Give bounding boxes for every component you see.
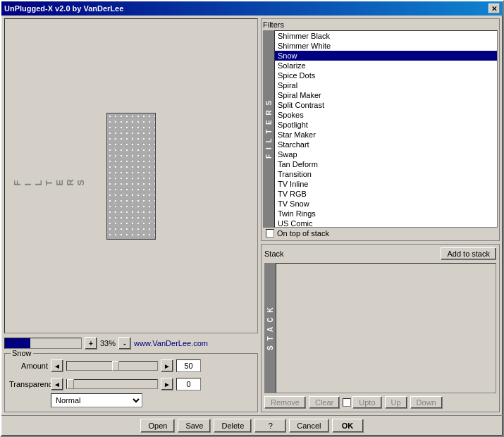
progress-bar-fill — [5, 338, 30, 348]
list-item[interactable]: Spotlight — [275, 120, 497, 130]
add-to-stack-button[interactable]: Add to stack — [441, 247, 496, 260]
main-content: FILTERS + 33% - www.VanDerLee.com Snow — [1, 16, 503, 415]
amount-value-box[interactable]: 50 — [176, 359, 201, 372]
progress-minus-button[interactable]: - — [118, 337, 131, 350]
ok-button[interactable]: OK — [332, 419, 364, 433]
transparency-value-box[interactable]: 0 — [176, 378, 201, 390]
amount-right-button[interactable]: ► — [161, 359, 173, 372]
list-item[interactable]: Spokes — [275, 110, 497, 120]
amount-label: Amount — [9, 362, 48, 370]
list-item[interactable]: Swap — [275, 149, 497, 159]
bottom-buttons: Open Save Delete ? Cancel OK — [1, 415, 503, 436]
stack-buttons-row: Remove Clear Upto Up Down — [264, 396, 496, 409]
left-panel: FILTERS + 33% - www.VanDerLee.com Snow — [4, 18, 258, 412]
stack-side-label: S T A C K — [264, 263, 276, 393]
preview-canvas — [106, 113, 156, 240]
list-item[interactable]: Split Contrast — [275, 100, 497, 110]
amount-slider-track[interactable] — [66, 361, 158, 371]
progress-plus-button[interactable]: + — [85, 337, 97, 350]
list-item[interactable]: Spiral — [275, 80, 497, 90]
filters-vertical-label: FILTERS — [12, 176, 86, 185]
stack-section: Stack Add to stack S T A C K Remove Clea… — [261, 244, 500, 412]
right-panel: Filters F I L T E R S Shimmer Black Shim… — [261, 18, 500, 412]
window-title: UnPlugged-X v2.0 by VanDerLee — [4, 4, 123, 13]
on-top-checkbox[interactable] — [266, 229, 274, 238]
preview-area: FILTERS — [4, 18, 258, 333]
open-button[interactable]: Open — [140, 419, 175, 433]
filters-list-container: F I L T E R S Shimmer Black Shimmer Whit… — [263, 30, 498, 228]
up-button[interactable]: Up — [385, 396, 407, 409]
stack-title: Stack — [264, 250, 284, 258]
snow-group-legend: Snow — [11, 349, 33, 357]
list-item[interactable]: TV Inline — [275, 179, 497, 189]
list-item[interactable]: US Comic — [275, 218, 497, 228]
progress-bar-container — [4, 338, 82, 349]
help-button[interactable]: ? — [254, 419, 286, 433]
list-item[interactable]: Transition — [275, 169, 497, 179]
transparency-slider-thumb[interactable] — [67, 379, 74, 389]
list-item[interactable]: Twin Rings — [275, 209, 497, 218]
progress-pct-label: 33% — [100, 339, 116, 347]
cancel-button[interactable]: Cancel — [289, 419, 328, 433]
filters-title: Filters — [263, 20, 498, 29]
transparency-left-button[interactable]: ◄ — [51, 378, 63, 390]
main-window: UnPlugged-X v2.0 by VanDerLee ✕ FILTERS … — [0, 0, 504, 437]
clear-button[interactable]: Clear — [309, 396, 340, 409]
title-bar: UnPlugged-X v2.0 by VanDerLee ✕ — [1, 1, 503, 16]
on-top-row: On top of stack — [263, 228, 498, 239]
stack-listbox[interactable] — [276, 263, 496, 393]
delete-button[interactable]: Delete — [214, 419, 252, 433]
list-item-selected[interactable]: Snow — [275, 51, 497, 61]
filters-side-label: F I L T E R S — [263, 30, 274, 228]
blend-mode-row: Normal Multiply Screen Overlay Darken Li… — [9, 393, 253, 407]
blend-mode-select[interactable]: Normal Multiply Screen Overlay Darken Li… — [51, 393, 142, 407]
amount-slider-thumb[interactable] — [112, 361, 119, 371]
transparency-slider-track[interactable] — [66, 379, 158, 389]
list-item[interactable]: Shimmer Black — [275, 31, 497, 41]
snow-preview — [107, 113, 155, 239]
list-item[interactable]: Star Maker — [275, 130, 497, 140]
upto-button[interactable]: Upto — [352, 396, 381, 409]
filters-section: Filters F I L T E R S Shimmer Black Shim… — [261, 18, 500, 241]
remove-button[interactable]: Remove — [264, 396, 306, 409]
amount-left-button[interactable]: ◄ — [51, 359, 63, 372]
list-item[interactable]: Tan Deform — [275, 159, 497, 169]
list-item[interactable]: Starchart — [275, 140, 497, 149]
list-item[interactable]: TV RGB — [275, 189, 497, 199]
list-item[interactable]: Solarize — [275, 61, 497, 70]
filters-listbox[interactable]: Shimmer Black Shimmer White Snow Solariz… — [274, 30, 498, 228]
transparency-label: Transparency — [9, 380, 48, 388]
amount-row: Amount ◄ ► 50 — [9, 359, 253, 372]
save-button[interactable]: Save — [178, 419, 211, 433]
progress-row: + 33% - www.VanDerLee.com — [4, 336, 258, 350]
list-item[interactable]: Shimmer White — [275, 41, 497, 51]
snow-group: Snow Amount ◄ ► 50 Transparency ◄ — [4, 353, 258, 412]
stack-content: S T A C K — [264, 263, 496, 393]
list-item[interactable]: Spiral Maker — [275, 90, 497, 100]
close-button[interactable]: ✕ — [488, 4, 500, 13]
transparency-right-button[interactable]: ► — [161, 378, 173, 390]
down-button[interactable]: Down — [410, 396, 443, 409]
upto-checkbox[interactable] — [343, 398, 351, 407]
on-top-label: On top of stack — [277, 229, 329, 238]
url-label: www.VanDerLee.com — [134, 339, 208, 347]
transparency-row: Transparency ◄ ► 0 — [9, 378, 253, 390]
list-item[interactable]: TV Snow — [275, 199, 497, 209]
list-item[interactable]: Spice Dots — [275, 70, 497, 80]
